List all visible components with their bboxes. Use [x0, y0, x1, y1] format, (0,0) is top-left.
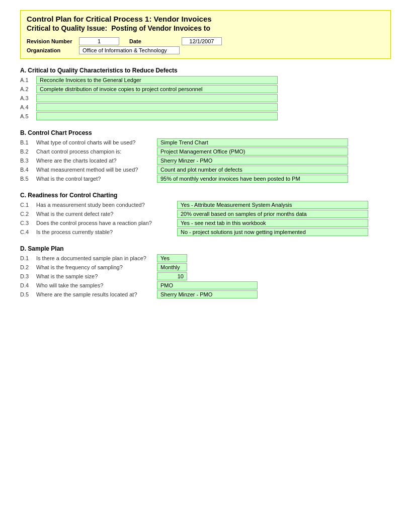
section-d-rows: D.1 Is there a documented sample plan in…	[20, 254, 391, 298]
section-d-title: D. Sample Plan	[20, 245, 391, 252]
row-label: What is the current defect rate?	[36, 211, 177, 217]
row-value: Yes	[157, 254, 187, 262]
row-id: C.2	[20, 211, 36, 217]
row-id: A.1	[20, 77, 36, 83]
revision-label: Revision Number	[27, 38, 77, 44]
revision-row: Revision Number 1 Date 12/1/2007	[27, 37, 384, 45]
row-label: Where are the sample results located at?	[36, 291, 157, 297]
ctq-value: Posting of Vendor Invoices to	[111, 24, 210, 32]
section-b: B. Control Chart Process B.1 What type o…	[20, 129, 391, 183]
section-c-title: C. Readiness for Control Charting	[20, 192, 391, 199]
list-item: B.5 What is the control target? 95% of m…	[20, 175, 391, 183]
section-c-rows: C.1 Has a measurement study been conduct…	[20, 201, 391, 236]
list-item: A.2 Complete distribution of invoice cop…	[20, 85, 391, 93]
row-id: D.4	[20, 282, 36, 288]
list-item: D.5 Where are the sample results located…	[20, 290, 391, 298]
row-id: B.1	[20, 139, 36, 145]
row-value: Yes - see next tab in this workbook	[177, 219, 368, 227]
list-item: D.2 What is the frequency of sampling? M…	[20, 263, 391, 271]
ctq-label: Critical to Quality Issue:	[27, 24, 107, 32]
revision-value: 1	[79, 37, 119, 45]
row-value: 20% overall based on samples of prior mo…	[177, 210, 368, 218]
row-id: C.1	[20, 202, 36, 208]
row-id: A.5	[20, 113, 36, 119]
row-id: A.2	[20, 86, 36, 92]
row-value: 95% of monthly vendor invoices have been…	[157, 175, 348, 183]
row-label: Chart control process champion is:	[36, 148, 157, 155]
list-item: C.4 Is the process currently stable? No …	[20, 228, 391, 236]
row-value: Yes - Attribute Measurement System Analy…	[177, 201, 368, 209]
row-value	[36, 103, 278, 111]
row-id: D.3	[20, 273, 36, 279]
row-value: No - project solutions just now getting …	[177, 228, 368, 236]
list-item: D.1 Is there a documented sample plan in…	[20, 254, 391, 262]
row-label: What is the sample size?	[36, 273, 157, 279]
section-a: A. Critical to Quality Characteristics t…	[20, 67, 391, 120]
header-box: Control Plan for Critical Process 1: Ven…	[20, 10, 391, 59]
row-id: B.5	[20, 176, 36, 182]
list-item: A.5	[20, 112, 391, 120]
list-item: C.2 What is the current defect rate? 20%…	[20, 210, 391, 218]
row-value: Project Management Office (PMO)	[157, 147, 348, 156]
row-label: What measurement method will be used?	[36, 167, 157, 173]
date-label: Date	[129, 38, 180, 44]
row-value: 10	[157, 272, 187, 280]
list-item: B.1 What type of control charts will be …	[20, 138, 391, 146]
row-value	[36, 94, 278, 102]
row-label: Does the control process have a reaction…	[36, 220, 177, 226]
row-label: Where are the charts located at?	[36, 158, 157, 164]
main-title: Control Plan for Critical Process 1: Ven…	[27, 15, 384, 23]
list-item: A.3	[20, 94, 391, 102]
row-value: Complete distribution of invoice copies …	[36, 85, 278, 93]
row-id: B.2	[20, 148, 36, 155]
list-item: B.2 Chart control process champion is: P…	[20, 147, 391, 156]
list-item: D.4 Who will take the samples? PMO	[20, 281, 391, 289]
row-id: B.4	[20, 167, 36, 173]
row-id: A.3	[20, 95, 36, 101]
section-d: D. Sample Plan D.1 Is there a documented…	[20, 245, 391, 298]
row-id: D.1	[20, 255, 36, 261]
section-a-rows: A.1 Reconcile Invoices to the General Le…	[20, 76, 391, 120]
row-value: Simple Trend Chart	[157, 138, 348, 146]
row-value: Sherry Minzer - PMO	[157, 157, 348, 165]
list-item: C.3 Does the control process have a reac…	[20, 219, 391, 227]
row-label: Is the process currently stable?	[36, 229, 177, 235]
org-value: Office of Information & Technology	[79, 46, 180, 54]
section-b-rows: B.1 What type of control charts will be …	[20, 138, 391, 183]
org-label: Organization	[27, 47, 77, 53]
row-id: D.2	[20, 264, 36, 270]
row-value: Monthly	[157, 263, 187, 271]
date-value: 12/1/2007	[182, 37, 222, 45]
row-value	[36, 112, 278, 120]
row-label: Who will take the samples?	[36, 282, 157, 288]
row-label: What type of control charts will be used…	[36, 139, 157, 145]
row-label: Is there a documented sample plan in pla…	[36, 255, 157, 261]
section-c: C. Readiness for Control Charting C.1 Ha…	[20, 192, 391, 236]
row-value: Reconcile Invoices to the General Ledger	[36, 76, 278, 84]
row-label: Has a measurement study been conducted?	[36, 202, 177, 208]
list-item: A.4	[20, 103, 391, 111]
section-a-title: A. Critical to Quality Characteristics t…	[20, 67, 391, 74]
list-item: A.1 Reconcile Invoices to the General Le…	[20, 76, 391, 84]
row-value: Sherry Minzer - PMO	[157, 290, 258, 298]
row-value: Count and plot number of defects	[157, 166, 348, 174]
row-id: D.5	[20, 291, 36, 297]
row-id: A.4	[20, 104, 36, 110]
row-id: C.3	[20, 220, 36, 226]
section-b-title: B. Control Chart Process	[20, 129, 391, 136]
row-id: B.3	[20, 158, 36, 164]
list-item: C.1 Has a measurement study been conduct…	[20, 201, 391, 209]
list-item: B.3 Where are the charts located at? She…	[20, 157, 391, 165]
list-item: B.4 What measurement method will be used…	[20, 166, 391, 174]
row-label: What is the control target?	[36, 176, 157, 182]
org-row: Organization Office of Information & Tec…	[27, 46, 384, 54]
row-label: What is the frequency of sampling?	[36, 264, 157, 270]
row-id: C.4	[20, 229, 36, 235]
row-value: PMO	[157, 281, 258, 289]
list-item: D.3 What is the sample size? 10	[20, 272, 391, 280]
